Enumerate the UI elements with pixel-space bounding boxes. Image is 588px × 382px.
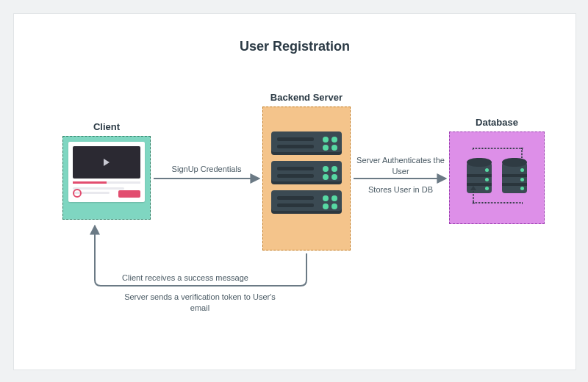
diagram-title: User Registration [14,39,576,54]
database-cylinder-icon [467,158,492,198]
sync-arrow-icon [519,159,525,164]
edge-success-label: Client receives a success message [101,273,270,284]
edge-auth-label: Server Authenticates the User [356,155,445,177]
server-rack-icon [271,161,342,184]
database-cylinder-icon [502,158,527,198]
server-label: Backend Server [262,92,351,103]
edge-signup-label: SignUp Credentials [161,164,252,175]
sync-line [473,148,523,149]
sync-line [473,202,523,203]
server-rack-icon [271,190,342,214]
server-rack-icon [271,131,342,155]
database-label: Database [449,117,545,128]
edge-store-label: Stores User in DB [356,184,445,195]
diagram-card: User Registration Client Backend Server … [13,13,576,370]
sync-arrow-icon [470,186,476,190]
database-node [449,131,545,224]
client-label: Client [62,121,151,132]
media-player-icon [68,142,145,202]
edge-verify-label: Server sends a verification token to Use… [115,292,284,314]
page: User Registration Client Backend Server … [0,0,588,382]
sync-line [473,189,474,203]
